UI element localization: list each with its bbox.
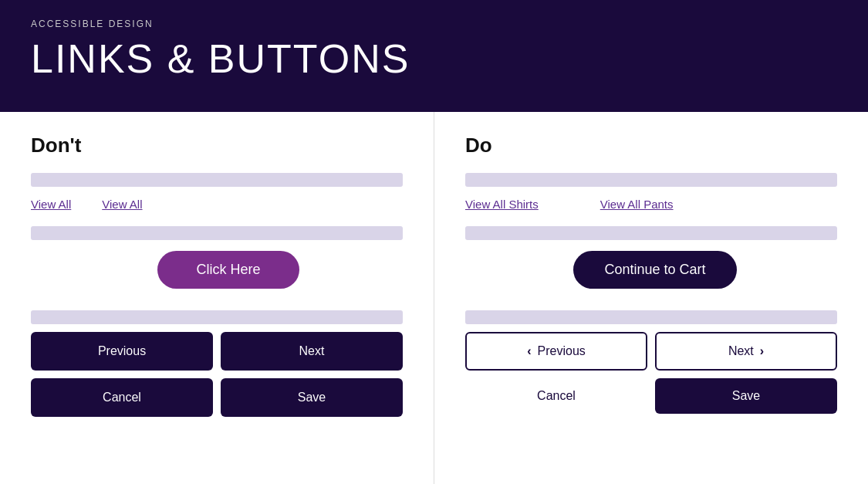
do-previous-button[interactable]: ‹ Previous <box>465 332 647 371</box>
header-title: LINKS & BUTTONS <box>31 36 837 82</box>
do-link-shirts[interactable]: View All Shirts <box>465 198 539 211</box>
header: ACCESSIBLE DESIGN LINKS & BUTTONS <box>0 0 868 112</box>
dont-panel-title: Don't <box>31 134 403 157</box>
chevron-left-icon: ‹ <box>527 344 531 358</box>
dont-previous-button[interactable]: Previous <box>31 332 213 371</box>
do-next-button[interactable]: Next › <box>655 332 837 371</box>
dont-link-2[interactable]: View All <box>102 198 142 211</box>
dont-link-1[interactable]: View All <box>31 198 71 211</box>
dont-next-button[interactable]: Next <box>221 332 403 371</box>
do-panel: Do View All Shirts View All Pants Contin… <box>434 112 868 484</box>
do-placeholder-bar-1 <box>465 173 837 187</box>
do-links-row: View All Shirts View All Pants <box>465 195 837 214</box>
do-cancel-button[interactable]: Cancel <box>465 378 647 414</box>
placeholder-bar-1 <box>31 173 403 187</box>
click-here-button[interactable]: Click Here <box>157 251 299 289</box>
do-save-button[interactable]: Save <box>655 378 837 414</box>
do-placeholder-bar-3 <box>465 310 837 324</box>
header-subtitle: ACCESSIBLE DESIGN <box>31 19 837 29</box>
dont-panel: Don't View All View All Click Here Previ… <box>0 112 434 484</box>
do-placeholder-bar-2 <box>465 226 837 240</box>
dont-save-button[interactable]: Save <box>221 378 403 417</box>
main-content: Don't View All View All Click Here Previ… <box>0 112 868 484</box>
do-link-pants[interactable]: View All Pants <box>600 198 674 211</box>
placeholder-bar-3 <box>31 310 403 324</box>
do-panel-title: Do <box>465 134 837 157</box>
dont-cancel-button[interactable]: Cancel <box>31 378 213 417</box>
continue-to-cart-button[interactable]: Continue to Cart <box>573 251 736 289</box>
dont-links-row: View All View All <box>31 195 403 214</box>
do-previous-label: Previous <box>538 344 586 358</box>
do-next-label: Next <box>728 344 754 358</box>
dont-nav-buttons: Previous Next Cancel Save <box>31 332 403 417</box>
do-nav-buttons: ‹ Previous Next › Cancel Save <box>465 332 837 414</box>
placeholder-bar-2 <box>31 226 403 240</box>
chevron-right-icon: › <box>760 344 764 358</box>
